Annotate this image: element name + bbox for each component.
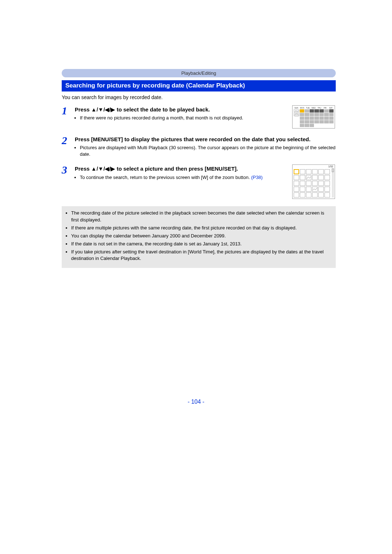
notes-box: The recording date of the picture select… [62,206,336,268]
step-number: 1 [62,105,75,116]
month-preview-icon [294,109,299,113]
day-label: FRI [322,107,328,109]
picture-counter: 1/52 [328,165,333,168]
day-label: TUE [305,107,311,109]
step-number: 3 [62,164,75,175]
note-item: The recording date of the picture select… [71,210,331,223]
step-2: 2 Press [MENU/SET] to display the pictur… [62,135,336,158]
scrollbar[interactable] [332,168,334,197]
page-title: Searching for pictures by recording date… [62,80,336,91]
page-link[interactable]: (P38) [251,175,263,180]
step-number: 2 [62,135,75,146]
step-heading: Press ▲/▼/◀/▶ to select the date to be p… [75,106,289,113]
note-item: If you take pictures after setting the t… [71,249,331,262]
note-item: If the date is not set in the camera, th… [71,241,331,247]
step-bullet: If there were no pictures recorded durin… [80,115,289,121]
breadcrumb: Playback/Editing [62,69,336,77]
step-bullet: Pictures are displayed with Multi Playba… [80,144,336,157]
svg-line-2 [297,114,298,115]
svg-line-1 [295,114,297,115]
note-item: You can display the calendar between Jan… [71,233,331,239]
calendar-thumbnail: SUN MON TUE WED THU FRI SAT [292,105,336,129]
step-1: 1 Press ▲/▼/◀/▶ to select the date to be… [62,105,336,129]
step-3: 3 Press ▲/▼/◀/▶ to select a picture and … [62,164,336,199]
intro-text: You can search for images by recorded da… [62,94,336,100]
month-preview-icon [294,113,299,116]
step-heading: Press ▲/▼/◀/▶ to select a picture and th… [75,165,289,172]
step-bullet: To continue the search, return to the pr… [80,174,289,181]
day-label: SAT [328,107,334,109]
page-number: - 104 - [0,399,392,405]
svg-rect-0 [295,114,298,116]
multi-playback-thumbnail: 1/52 [292,164,336,199]
step-heading: Press [MENU/SET] to display the pictures… [75,136,336,143]
day-label: WED [311,107,317,109]
day-label: SUN [294,107,299,109]
day-label: THU [317,107,322,109]
day-label: MON [299,107,305,109]
note-item: If there are multiple pictures with the … [71,225,331,231]
